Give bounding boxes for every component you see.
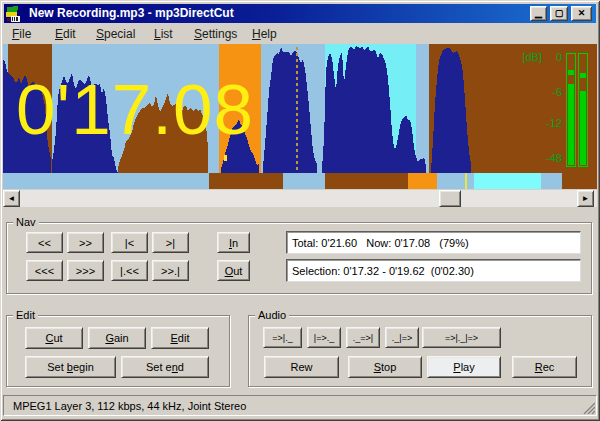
svg-text:[dB]: [dB]	[522, 51, 542, 63]
svg-text:0: 0	[556, 51, 562, 63]
svg-text:-48: -48	[546, 152, 562, 164]
svg-text:0'17.08: 0'17.08	[16, 70, 253, 149]
svg-text:-12: -12	[546, 117, 562, 129]
svg-text:-6: -6	[552, 86, 562, 98]
